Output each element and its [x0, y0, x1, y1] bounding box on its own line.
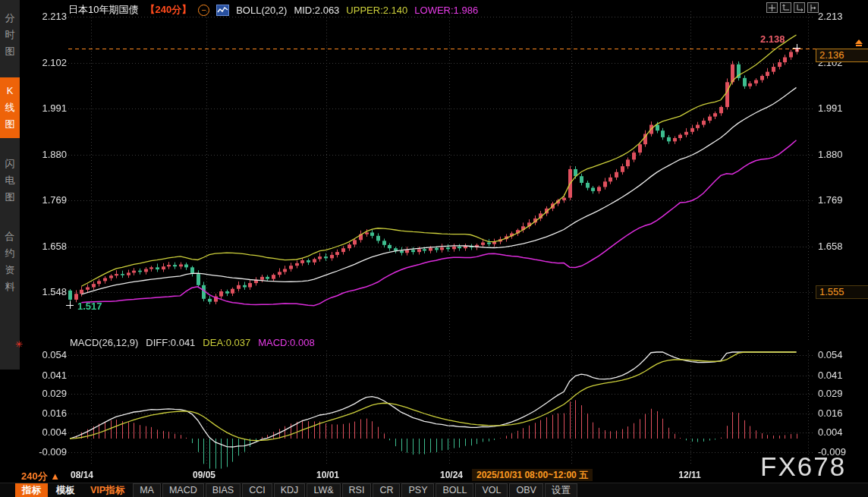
toolbar-tab-BIAS[interactable]: BIAS: [206, 483, 241, 497]
candlestick-chart-canvas[interactable]: [0, 0, 868, 497]
x-axis-label-10/01: 10/01: [316, 470, 339, 480]
high-price-label: 2.138: [760, 33, 785, 45]
macd-axis-right-3: 0.016: [818, 407, 843, 419]
period-selector[interactable]: 240分 ▲: [21, 470, 60, 483]
zoom-x-axis-icon[interactable]: [794, 2, 805, 13]
macd-axis-left-3: 0.016: [17, 407, 67, 419]
price-axis-right-3: 1.880: [818, 149, 843, 160]
macd-axis-right-5: -0.009: [818, 446, 846, 458]
price-axis-left-4: 1.769: [17, 194, 67, 206]
price-axis-right-2: 1.991: [818, 102, 843, 114]
indicator-toolbar: 指标模板VIP指标MAMACDBIASCCIKDJLW&RSICRPSYBOLL…: [0, 483, 868, 497]
toolbar-tab-LW&[interactable]: LW&: [307, 483, 340, 497]
macd-axis-left-4: 0.004: [17, 426, 67, 438]
toolbar-tab-设置[interactable]: 设置: [545, 483, 577, 497]
toolbar-tab-指标[interactable]: 指标: [15, 483, 48, 497]
trading-app: { "header": { "title": "日本10年期国债", "peri…: [0, 0, 868, 497]
macd-header: MACD(26,12,9) DIFF:0.041 DEA:0.037 MACD:…: [70, 337, 315, 348]
alert-star-icon[interactable]: ✳: [15, 339, 23, 350]
toolbar-tab-RSI[interactable]: RSI: [342, 483, 372, 497]
period-label: 【240分】: [145, 3, 191, 17]
price-axis-left-1: 2.102: [17, 57, 67, 68]
x-axis-label-10/24: 10/24: [440, 470, 463, 480]
toolbar-tab-PSY[interactable]: PSY: [401, 483, 434, 497]
price-axis-left-2: 1.991: [17, 102, 67, 114]
sidebar-tab-2[interactable]: K 线 图: [0, 77, 20, 138]
move-crosshair-icon[interactable]: [766, 2, 778, 13]
boll-mid-value: MID:2.063: [294, 5, 339, 16]
sidebar-tab-3[interactable]: 闪 电 图: [0, 150, 20, 211]
macd-dea-value: DEA:0.037: [203, 337, 250, 348]
pan-right-icon[interactable]: [807, 2, 819, 13]
macd-macd-value: MACD:0.008: [258, 337, 314, 348]
chart-tool-buttons: [766, 2, 819, 13]
x-axis-label-09/05: 09/05: [193, 470, 215, 480]
price-axis-left-5: 1.658: [17, 241, 67, 252]
chart-header: 日本10年期国债 【240分】 − BOLL(20,2) MID:2.063 U…: [68, 3, 478, 17]
macd-axis-right-2: 0.029: [818, 388, 843, 399]
macd-axis-left-5: -0.009: [17, 446, 67, 458]
toolbar-tab-模板[interactable]: 模板: [49, 483, 82, 497]
toolbar-tab-CCI[interactable]: CCI: [242, 483, 272, 497]
price-axis-right-0: 2.213: [818, 11, 843, 22]
toolbar-tab-VOL[interactable]: VOL: [475, 483, 508, 497]
sidebar-tab-4[interactable]: 合 约 资 料: [0, 223, 20, 300]
macd-axis-left-0: 0.054: [17, 349, 67, 360]
crosshair-datetime-label: 2025/10/31 08:00~12:00 五: [472, 469, 593, 481]
price-axis-left-3: 1.880: [17, 149, 67, 160]
macd-axis-right-0: 0.054: [818, 349, 843, 360]
settlement-price-box: 1.555: [816, 285, 868, 299]
instrument-title: 日本10年期国债: [68, 3, 138, 17]
last-price-box: 2.136: [816, 49, 868, 62]
toolbar-tab-KDJ[interactable]: KDJ: [274, 483, 306, 497]
indicator-chart-icon[interactable]: [216, 5, 229, 16]
x-axis-label-12/11: 12/11: [678, 470, 700, 480]
boll-lower-value: LOWER:1.986: [414, 5, 478, 16]
toolbar-tab-MA[interactable]: MA: [133, 483, 161, 497]
sidebar-tab-1[interactable]: 分 时 图: [0, 5, 20, 65]
macd-indicator-label: MACD(26,12,9): [70, 337, 138, 348]
macd-axis-right-1: 0.041: [818, 370, 843, 381]
price-axis-left-0: 2.213: [17, 11, 67, 22]
macd-diff-value: DIFF:0.041: [146, 337, 195, 348]
toolbar-tab-VIP指标[interactable]: VIP指标: [83, 483, 131, 497]
boll-upper-value: UPPER:2.140: [346, 5, 407, 16]
price-axis-left-6: 1.548: [17, 286, 67, 297]
price-axis-right-4: 1.769: [818, 194, 843, 206]
zoom-y-axis-icon[interactable]: [780, 2, 791, 13]
x-axis-label-08/14: 08/14: [71, 470, 93, 480]
chart-type-sidebar: 分 时 图K 线 图闪 电 图合 约 资 料: [0, 0, 20, 370]
toolbar-tab-CR[interactable]: CR: [373, 483, 400, 497]
collapse-indicator-icon[interactable]: −: [198, 5, 209, 16]
boll-indicator-label: BOLL(20,2): [236, 5, 287, 16]
price-axis-right-5: 1.658: [818, 241, 843, 252]
macd-axis-left-2: 0.029: [17, 388, 67, 399]
low-price-label: 1.517: [77, 300, 102, 312]
toolbar-tab-OBV[interactable]: OBV: [509, 483, 542, 497]
macd-axis-right-4: 0.004: [818, 426, 843, 438]
macd-axis-left-1: 0.041: [17, 370, 67, 381]
toolbar-tab-BOLL[interactable]: BOLL: [436, 483, 473, 497]
price-up-arrow-icon: [854, 39, 863, 46]
toolbar-tab-MACD[interactable]: MACD: [162, 483, 204, 497]
